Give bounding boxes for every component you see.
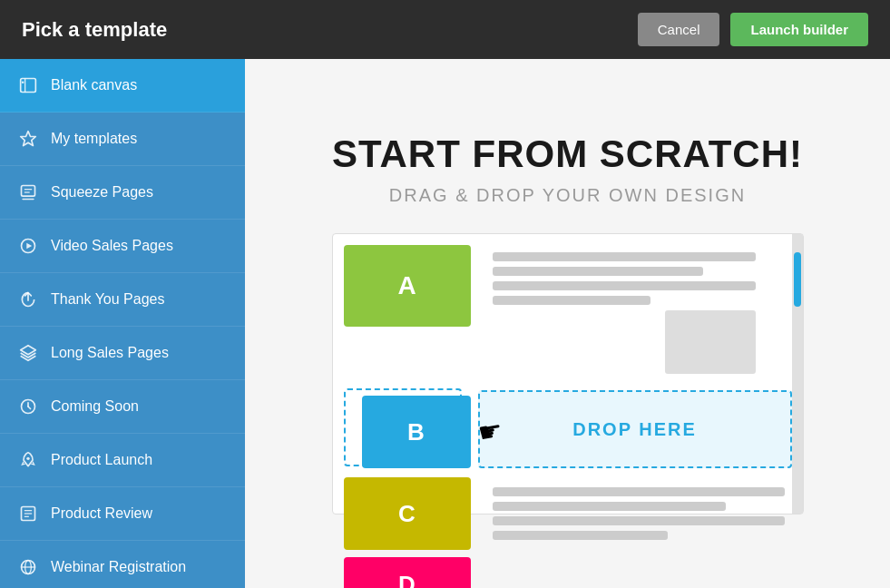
sidebar-item-product-launch[interactable]: Product Launch <box>0 434 245 487</box>
preview-line <box>493 487 785 496</box>
sidebar-item-squeeze-pages[interactable]: Squeeze Pages <box>0 166 245 220</box>
sidebar-item-webinar-registration[interactable]: Webinar Registration <box>0 541 245 588</box>
scratch-title: START FROM SCRATCH! <box>332 132 803 176</box>
sidebar-label-squeeze-pages: Squeeze Pages <box>51 184 153 201</box>
sidebar-item-product-review[interactable]: Product Review <box>0 487 245 541</box>
sidebar-label-video-sales-pages: Video Sales Pages <box>51 238 173 254</box>
sidebar-item-thank-you-pages[interactable]: Thank You Pages <box>0 273 245 327</box>
sidebar-label-my-templates: My templates <box>51 131 137 147</box>
svg-point-2 <box>22 81 24 83</box>
svg-rect-4 <box>22 186 35 197</box>
sidebar-item-video-sales-pages[interactable]: Video Sales Pages <box>0 220 245 273</box>
sidebar-item-blank-canvas[interactable]: Blank canvas <box>0 59 245 113</box>
preview-line <box>493 531 668 540</box>
clock-icon <box>18 397 38 416</box>
sidebar-label-thank-you-pages: Thank You Pages <box>51 291 164 308</box>
preview-illustration: A B ☛ <box>332 233 804 514</box>
sidebar-label-product-launch: Product Launch <box>51 452 152 468</box>
drop-zone: DROP HERE <box>478 390 792 468</box>
empty-bottom-right <box>478 557 792 588</box>
scrollbar[interactable] <box>792 234 803 514</box>
play-icon <box>18 236 38 256</box>
star-icon <box>18 129 38 149</box>
preview-line <box>493 516 785 525</box>
launch-builder-button[interactable]: Launch builder <box>730 13 868 46</box>
block-d: D <box>344 557 471 588</box>
header-buttons: Cancel Launch builder <box>638 13 868 46</box>
svg-rect-0 <box>21 79 36 93</box>
canvas-icon <box>18 75 38 95</box>
sidebar: Blank canvas My templates Squeeze Pages <box>0 59 245 588</box>
scrollbar-thumb <box>794 252 801 307</box>
sidebar-label-webinar-registration: Webinar Registration <box>51 559 186 575</box>
preview-line <box>493 502 727 511</box>
modal-header: Pick a template Cancel Launch builder <box>0 0 890 59</box>
sidebar-item-coming-soon[interactable]: Coming Soon <box>0 380 245 434</box>
sidebar-label-coming-soon: Coming Soon <box>51 398 139 415</box>
sidebar-label-blank-canvas: Blank canvas <box>51 77 137 93</box>
svg-marker-3 <box>21 132 36 146</box>
modal-body: Blank canvas My templates Squeeze Pages <box>0 59 890 588</box>
globe-icon <box>18 557 38 577</box>
sidebar-label-long-sales-pages: Long Sales Pages <box>51 345 169 361</box>
block-c: C <box>344 477 471 550</box>
svg-marker-8 <box>26 243 32 250</box>
modal-title: Pick a template <box>22 18 167 42</box>
sidebar-label-product-review: Product Review <box>51 505 152 522</box>
preview-line <box>493 252 756 261</box>
download-icon <box>18 289 38 309</box>
edit-icon <box>18 182 38 202</box>
layers-icon <box>18 343 38 363</box>
rocket-icon <box>18 450 38 470</box>
cursor-hand-icon: ☛ <box>475 414 505 449</box>
svg-line-13 <box>28 407 31 409</box>
svg-point-14 <box>26 457 29 460</box>
list-icon <box>18 504 38 524</box>
drop-here-text: DROP HERE <box>572 419 697 440</box>
scratch-subtitle: DRAG & DROP YOUR OWN DESIGN <box>389 185 746 206</box>
preview-line <box>493 281 756 290</box>
main-content: START FROM SCRATCH! DRAG & DROP YOUR OWN… <box>245 59 890 588</box>
svg-marker-10 <box>21 346 36 355</box>
block-a: A <box>344 245 471 327</box>
preview-bottom-lines <box>478 477 792 550</box>
preview-line <box>493 296 650 305</box>
sidebar-item-my-templates[interactable]: My templates <box>0 113 245 166</box>
block-b: B <box>362 396 471 468</box>
sidebar-item-long-sales-pages[interactable]: Long Sales Pages <box>0 327 245 380</box>
cancel-button[interactable]: Cancel <box>638 13 720 46</box>
preview-line <box>493 267 703 276</box>
preview-gray-box <box>665 310 756 374</box>
